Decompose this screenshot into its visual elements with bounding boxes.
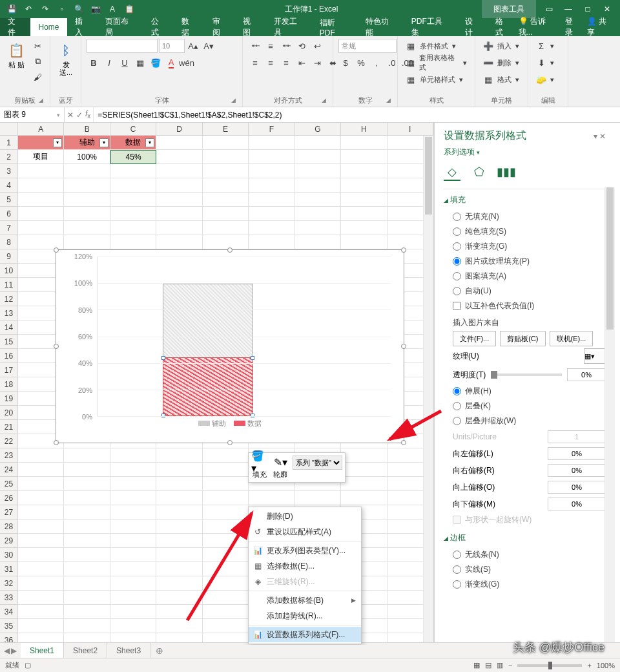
tab-home[interactable]: Home	[30, 18, 67, 36]
shrink-font-icon[interactable]: A▾	[202, 39, 216, 53]
cell[interactable]	[18, 605, 64, 619]
cell[interactable]	[156, 178, 202, 193]
row-header[interactable]: 15	[0, 335, 18, 349]
series-options-icon[interactable]: ▮▮▮	[498, 164, 515, 181]
name-box[interactable]: 图表 9▾	[0, 107, 65, 122]
opt-no-line[interactable]: 无线条(N)	[444, 547, 606, 562]
cell[interactable]	[64, 164, 110, 178]
percent-icon[interactable]: %	[354, 56, 368, 70]
cell[interactable]	[64, 178, 110, 193]
cell[interactable]: ▾	[18, 136, 64, 150]
cell[interactable]	[203, 548, 249, 562]
border-icon[interactable]: ▦	[133, 56, 147, 70]
opt-auto-fill[interactable]: 自动(U)	[444, 284, 606, 299]
cell[interactable]	[156, 576, 202, 591]
sheet-tab-2[interactable]: Sheet2	[64, 643, 107, 658]
opt-picture-fill[interactable]: 图片或纹理填充(P)	[444, 254, 606, 269]
tab-chart-design[interactable]: 设计	[457, 18, 488, 36]
fill-color-icon[interactable]: 🪣	[149, 56, 163, 70]
row-header[interactable]: 5	[0, 193, 18, 207]
cell[interactable]	[110, 576, 156, 591]
row-header[interactable]: 23	[0, 448, 18, 463]
fill-icon[interactable]: ⬇▾	[533, 56, 557, 70]
inc-decimal-icon[interactable]: .0	[385, 56, 399, 70]
cell[interactable]	[203, 477, 249, 491]
row-header[interactable]: 4	[0, 178, 18, 193]
cell[interactable]	[156, 164, 202, 178]
btn-from-online[interactable]: 联机(E)...	[550, 331, 594, 346]
format-cells-button[interactable]: ▦格式 ▾	[480, 72, 522, 87]
cell[interactable]	[110, 463, 156, 477]
cell[interactable]	[341, 448, 387, 463]
cell[interactable]	[110, 477, 156, 491]
cell[interactable]	[18, 520, 64, 534]
wrap-text-icon[interactable]: ↩	[310, 39, 324, 53]
row-header[interactable]: 14	[0, 320, 18, 335]
cell[interactable]: 数据▾	[110, 136, 156, 150]
cell[interactable]	[110, 619, 156, 633]
cell[interactable]	[156, 619, 202, 633]
btn-from-clipboard[interactable]: 剪贴板(C)	[500, 331, 545, 346]
cell[interactable]	[249, 150, 294, 164]
cell[interactable]	[203, 164, 249, 178]
align-left-icon[interactable]: ≡	[248, 56, 262, 70]
font-size-combo[interactable]: 10	[159, 39, 185, 53]
ctx-reset-style[interactable]: ↺重设以匹配样式(A)	[249, 524, 361, 540]
opt-invert-negative[interactable]: 以互补色代表负值(I)	[444, 299, 606, 313]
row-header[interactable]: 21	[0, 420, 18, 434]
cell[interactable]	[64, 448, 110, 463]
row-header[interactable]: 18	[0, 377, 18, 392]
cell[interactable]	[156, 605, 202, 619]
grid-vertical-scrollbar[interactable]	[423, 136, 433, 645]
row-header[interactable]: 12	[0, 292, 18, 306]
cell[interactable]	[18, 221, 64, 235]
print-preview-icon[interactable]: 🔍	[71, 2, 87, 16]
offset-right-input[interactable]: 0%	[548, 464, 606, 477]
cell[interactable]	[156, 136, 202, 150]
cell[interactable]	[341, 164, 387, 178]
phonetic-icon[interactable]: wén	[180, 56, 194, 70]
ctx-add-data-labels[interactable]: 添加数据标签(B)▶	[249, 593, 361, 608]
cell[interactable]	[156, 477, 202, 491]
orientation-icon[interactable]: ⟲	[294, 39, 309, 53]
cell[interactable]	[64, 193, 110, 207]
cell[interactable]	[110, 548, 156, 562]
cell[interactable]	[110, 520, 156, 534]
cell[interactable]	[156, 463, 202, 477]
opt-solid-line[interactable]: 实线(S)	[444, 562, 606, 577]
align-bottom-icon[interactable]: ⬵	[279, 39, 293, 53]
row-header[interactable]: 25	[0, 477, 18, 491]
cell[interactable]	[110, 491, 156, 505]
cell[interactable]	[203, 491, 249, 505]
tab-view[interactable]: 视图	[235, 18, 265, 36]
cell[interactable]	[64, 520, 110, 534]
row-header[interactable]: 34	[0, 605, 18, 619]
row-header[interactable]: 30	[0, 548, 18, 562]
row-header[interactable]: 33	[0, 591, 18, 605]
opt-stack-scale[interactable]: 层叠并缩放(W)	[444, 414, 606, 428]
cell[interactable]	[203, 207, 249, 221]
tab-page-layout[interactable]: 页面布局	[98, 18, 143, 36]
dialog-launcher-icon[interactable]: ◢	[37, 97, 45, 105]
font-name-combo[interactable]	[87, 39, 158, 53]
zoom-level[interactable]: 100%	[597, 662, 615, 669]
row-header[interactable]: 31	[0, 562, 18, 576]
table-format-button[interactable]: ▦套用表格格式 ▾	[403, 56, 470, 70]
bold-icon[interactable]: B	[87, 56, 101, 70]
cell[interactable]: 100%	[64, 150, 110, 164]
cell[interactable]	[110, 505, 156, 520]
undo-icon[interactable]: ↶	[21, 2, 36, 16]
row-header[interactable]: 3	[0, 164, 18, 178]
ctx-format-data-series[interactable]: 📊设置数据系列格式(F)...	[249, 627, 361, 642]
cell[interactable]	[203, 235, 249, 249]
cell[interactable]	[110, 164, 156, 178]
transparency-value[interactable]: 0%	[567, 368, 606, 381]
mini-outline-button[interactable]: ✎▾轮廓	[272, 456, 289, 479]
dialog-launcher-icon[interactable]: ◢	[320, 97, 327, 105]
cell[interactable]	[295, 178, 341, 193]
cell[interactable]	[341, 221, 387, 235]
align-right-icon[interactable]: ≡	[279, 56, 293, 70]
texture-picker-button[interactable]: ▦▾	[584, 348, 606, 364]
pane-options-icon[interactable]: ▾	[594, 132, 597, 141]
cell[interactable]	[110, 221, 156, 235]
